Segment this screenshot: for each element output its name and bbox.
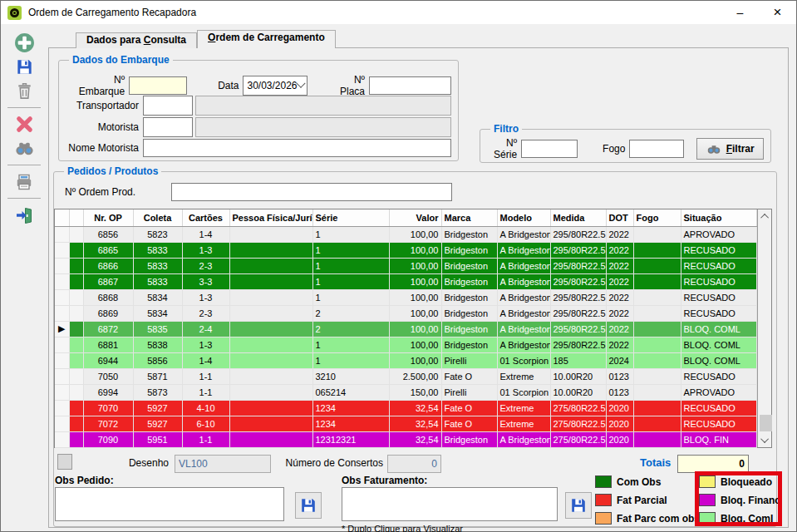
transportador-code-input[interactable] <box>143 96 193 116</box>
cell-valor: 150,00 <box>389 384 441 400</box>
placa-input[interactable] <box>369 76 451 95</box>
save-obs-faturamento-button[interactable] <box>565 492 592 519</box>
motorista-code-input[interactable] <box>143 117 193 137</box>
add-button[interactable] <box>12 32 37 54</box>
cell-situacao: BLOQ. FIN <box>681 431 756 447</box>
cell-marca: Bridgeston <box>441 431 497 447</box>
cell-modelo: A Bridgeston <box>497 273 550 289</box>
cell-pessoa <box>229 273 312 289</box>
groupbox-pedidos-produtos: Pedidos / Produtos Nº Ordem Prod. Nr. OP… <box>53 171 777 527</box>
grid-scrollbar[interactable] <box>757 209 772 447</box>
exit-button[interactable] <box>12 204 37 226</box>
ordem-prod-label: Nº Ordem Prod. <box>65 186 135 198</box>
table-row[interactable]: 688158381-31100,00BridgestonA Bridgeston… <box>55 337 756 352</box>
table-row[interactable]: 705058711-132102.500,00Fate OExtreme10.0… <box>55 368 756 384</box>
cell-medida: 295/80R22.5 <box>550 289 606 305</box>
row-indicator <box>55 289 69 305</box>
cell-op: 6865 <box>83 242 133 258</box>
scrollbar-thumb[interactable] <box>760 415 772 431</box>
table-row[interactable]: 686958342-32100,00BridgestonA Bridgeston… <box>55 305 756 321</box>
tab-ordem-carregamento[interactable]: Ordem de Carregamento <box>197 30 336 48</box>
nome-motorista-input[interactable] <box>143 139 451 157</box>
table-row[interactable]: ▶687258352-42100,00BridgestonA Bridgesto… <box>55 321 756 337</box>
cell-fogo <box>633 352 681 368</box>
cell-coleta: 5927 <box>133 400 182 416</box>
cell-op: 7050 <box>83 368 133 384</box>
table-row[interactable]: 686658332-31100,00BridgestonA Bridgeston… <box>55 258 756 273</box>
cell-modelo: A Bridgeston <box>497 289 550 305</box>
cell-pessoa <box>229 368 312 384</box>
row-color-marker <box>69 384 83 400</box>
cell-fogo <box>633 337 681 352</box>
table-row[interactable]: 699458731-1065214150,00Pirelli01 Scorpio… <box>55 384 756 400</box>
row-color-marker <box>69 416 83 431</box>
cell-coleta: 5833 <box>133 242 182 258</box>
save-button[interactable] <box>12 56 37 78</box>
cell-op: 6994 <box>83 384 133 400</box>
cell-serie: 3210 <box>312 368 389 384</box>
cell-valor: 100,00 <box>389 321 441 337</box>
cancel-button[interactable] <box>12 113 37 135</box>
cell-modelo: A Bridgeston <box>497 258 550 273</box>
row-indicator <box>55 384 69 400</box>
cell-fogo <box>633 242 681 258</box>
cell-cartoes: 4-10 <box>182 400 229 416</box>
cell-pessoa <box>229 416 312 431</box>
fogo-input[interactable] <box>629 140 684 158</box>
cell-cartoes: 6-10 <box>182 416 229 431</box>
print-button[interactable] <box>12 170 37 193</box>
table-row[interactable]: 707259276-10123432,54Fate OExtreme275/80… <box>55 416 756 431</box>
cell-op: 7070 <box>83 400 133 416</box>
cell-medida: 295/80R22.5 <box>550 226 606 242</box>
ordem-prod-input[interactable] <box>171 183 452 201</box>
search-button[interactable] <box>12 137 37 160</box>
column-header: Marca <box>441 209 497 226</box>
save-obs-pedido-button[interactable] <box>295 492 322 519</box>
cell-op: 6872 <box>83 321 133 337</box>
data-combobox[interactable]: 30/03/2026 <box>243 76 307 96</box>
cell-fogo <box>633 431 681 447</box>
table-row[interactable]: 685658231-41100,00BridgestonA Bridgeston… <box>55 226 756 242</box>
obs-faturamento-textarea[interactable] <box>342 487 558 521</box>
embarque-num-input[interactable] <box>129 76 187 95</box>
table-row[interactable]: 707059274-10123432,54Fate OExtreme275/80… <box>55 400 756 416</box>
cell-serie: 1 <box>312 273 389 289</box>
obs-faturamento-label: Obs Faturamento: <box>342 475 427 486</box>
cell-serie: 2 <box>312 321 389 337</box>
close-button[interactable]: × <box>759 1 796 24</box>
cell-modelo: Extreme <box>497 368 550 384</box>
row-indicator <box>55 258 69 273</box>
column-header: Pessoa Física/Jurídica <box>229 209 312 226</box>
table-row[interactable]: 686858341-31100,00BridgestonA Bridgeston… <box>55 289 756 305</box>
scroll-down-button[interactable] <box>758 433 774 447</box>
table-row[interactable]: 694458561-41100,00Pirelli01 Scorpion1852… <box>55 352 756 368</box>
obs-pedido-textarea[interactable] <box>55 487 284 521</box>
column-header: Série <box>312 209 389 226</box>
cell-op: 6866 <box>83 258 133 273</box>
cell-marca: Bridgeston <box>441 305 497 321</box>
delete-button[interactable] <box>12 80 37 102</box>
legend-status: Com Obs Fat Parcial Fat Parc com obs <box>595 475 700 525</box>
row-indicator <box>55 368 69 384</box>
cell-coleta: 5833 <box>133 273 182 289</box>
minimize-button[interactable]: – <box>721 1 759 24</box>
legend-swatch-bloq-coml <box>699 512 716 525</box>
cell-valor: 32,54 <box>389 416 441 431</box>
table-row[interactable]: 709059511-11231232132,54BridgestonA Brid… <box>55 431 756 447</box>
row-indicator: ▶ <box>55 321 69 337</box>
color-indicator-box <box>57 454 72 470</box>
cell-coleta: 5873 <box>133 384 182 400</box>
cell-dot: 2022 <box>606 242 633 258</box>
filtrar-button[interactable]: Filtrar <box>696 138 764 160</box>
motorista-label: Motorista <box>66 121 139 133</box>
table-row[interactable]: 686558331-31100,00BridgestonA Bridgeston… <box>55 242 756 258</box>
scroll-up-button[interactable] <box>758 209 774 224</box>
table-row[interactable]: 686758333-31100,00BridgestonA Bridgeston… <box>55 273 756 289</box>
tab-dados-consulta[interactable]: Dados para Consulta <box>76 32 197 48</box>
serie-input[interactable] <box>521 140 578 158</box>
cell-situacao: RECUSADO <box>681 416 756 431</box>
cell-cartoes: 1-1 <box>182 384 229 400</box>
toolbar-separator <box>7 165 41 165</box>
cell-dot: 2022 <box>606 258 633 273</box>
cell-dot: 2022 <box>606 305 633 321</box>
